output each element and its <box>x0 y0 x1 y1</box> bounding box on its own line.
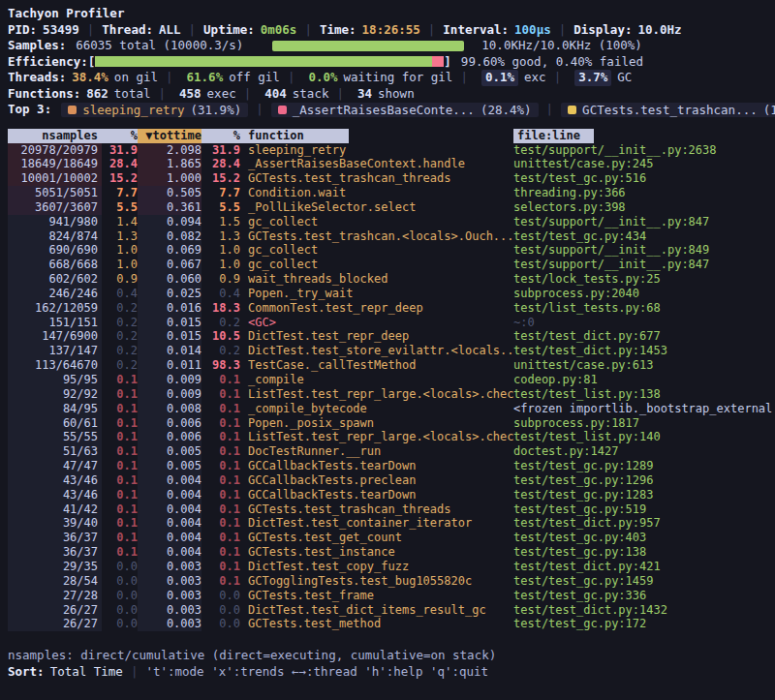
table-row[interactable]: 51/630.10.0050.1DocTestRunner.__rundocte… <box>8 444 775 459</box>
thread-value[interactable]: ALL <box>159 22 181 39</box>
table-row[interactable]: 39/400.10.0040.1DictTest.test_container_… <box>8 516 775 531</box>
header-tottime-sorted[interactable]: ▼tottime <box>138 129 202 143</box>
cell-cumulative-pct: 0.1 <box>202 560 240 574</box>
cell-file-line: ~:0 <box>513 316 775 330</box>
cell-cumulative-pct: 0.4 <box>202 287 240 301</box>
cell-function: gc_collect <box>240 243 513 258</box>
cell-function: gc_collect <box>240 215 513 229</box>
cell-direct-pct: 0.1 <box>102 502 138 517</box>
table-row[interactable]: 26/270.00.0030.0GCTests.test_methodtest/… <box>8 617 775 631</box>
cell-nsamples: 941/980 <box>8 215 102 229</box>
table-row[interactable]: 10001/1000215.21.00015.2GCTests.test_tra… <box>8 171 775 186</box>
table-row[interactable]: 47/470.10.0050.1GCCallbackTests.tearDown… <box>8 459 775 473</box>
table-row[interactable]: 27/280.00.0030.0GCTests.test_frametest/t… <box>8 589 775 603</box>
cell-cumulative-pct: 0.1 <box>202 373 240 387</box>
table-row[interactable]: 941/9801.40.0941.5gc_collecttest/support… <box>8 215 775 229</box>
cell-file-line: test/test_gc.py:1296 <box>513 473 775 488</box>
table-row[interactable]: 55/550.10.0060.1ListTest.test_repr_large… <box>8 430 775 444</box>
cell-cumulative-pct: 0.2 <box>202 316 240 330</box>
cell-function: GCTests.test_trashcan_threads <box>240 502 513 517</box>
cell-file-line: <frozen importlib._bootstrap_external <box>513 402 775 416</box>
table-row[interactable]: 668/6681.00.0671.0gc_collecttest/support… <box>8 258 775 272</box>
table-row[interactable]: 28/540.00.0030.1GCTogglingTests.test_bug… <box>8 574 775 589</box>
cell-cumulative-pct: 0.1 <box>202 574 240 589</box>
cell-direct-pct: 0.1 <box>102 373 138 387</box>
efficiency-line: Efficiency: [ ] 99.60% good, 0.40% faile… <box>8 54 775 71</box>
cell-direct-pct: 0.1 <box>102 459 138 473</box>
table-row[interactable]: 5051/50517.70.5057.7Condition.waitthread… <box>8 186 775 200</box>
table-row[interactable]: 43/460.10.0040.1GCCallbackTests.preclean… <box>8 473 775 488</box>
table-row[interactable]: 36/370.10.0040.1GCTests.test_get_countte… <box>8 531 775 545</box>
table-row[interactable]: 824/8741.30.0821.3GCTests.test_trashcan.… <box>8 229 775 244</box>
table-row[interactable]: 36/370.10.0040.1GCTests.test_instancetes… <box>8 545 775 560</box>
table-row[interactable]: 43/460.10.0040.1GCCallbackTests.tearDown… <box>8 488 775 502</box>
cell-nsamples: 84/95 <box>8 402 102 416</box>
display-label: Display: <box>574 22 632 39</box>
cell-nsamples: 690/690 <box>8 243 102 258</box>
table-row[interactable]: 602/6020.90.0600.9wait_threads_blockedte… <box>8 272 775 287</box>
divider: | <box>166 70 173 86</box>
cell-tottime: 0.361 <box>138 200 202 215</box>
cell-tottime: 0.505 <box>138 186 202 200</box>
table-row[interactable]: 84/950.10.0080.1_compile_bytecode<frozen… <box>8 402 775 416</box>
cell-direct-pct: 1.0 <box>102 258 138 272</box>
header-direct-pct[interactable]: % <box>102 129 138 143</box>
cell-file-line: subprocess.py:2040 <box>513 287 775 301</box>
cell-direct-pct: 5.5 <box>102 200 138 215</box>
cell-function: sleeping_retry <box>240 143 513 158</box>
on-gil-label: on gil <box>114 70 158 86</box>
sort-value: Total Time <box>50 663 123 680</box>
header-function[interactable]: function <box>240 129 349 143</box>
table-row[interactable]: 29/350.00.0030.1DictTest.test_copy_fuzzt… <box>8 560 775 574</box>
cell-direct-pct: 0.1 <box>102 444 138 459</box>
table-row[interactable]: 690/6901.00.0691.0gc_collecttest/support… <box>8 243 775 258</box>
divider: | <box>546 102 554 118</box>
table-row[interactable]: 162/120590.20.01618.3CommonTest.test_rep… <box>8 301 775 316</box>
table-row[interactable]: 26/270.00.0030.0DictTest.test_dict_items… <box>8 603 775 618</box>
table-row[interactable]: 147/69000.20.01510.5DictTest.test_repr_d… <box>8 329 775 344</box>
cell-nsamples: 246/246 <box>8 287 102 301</box>
divider: | <box>304 22 312 39</box>
efficiency-failed-segment <box>432 56 445 67</box>
cell-nsamples: 20978/20979 <box>8 143 102 158</box>
cell-function: _AssertRaisesBaseContext.handle <box>240 157 513 171</box>
cell-nsamples: 147/6900 <box>8 329 102 344</box>
cell-tottime: 0.004 <box>138 488 202 502</box>
cell-cumulative-pct: 5.5 <box>202 200 240 215</box>
top3-entries: sleeping_retry(31.9%)|_AssertRaisesBaseC… <box>61 102 775 118</box>
gc-label: GC <box>617 70 632 86</box>
cell-function: _compile_bytecode <box>240 402 513 416</box>
cell-file-line: test/test_dict.py:1453 <box>513 344 775 358</box>
on-gil-pct: 38.4% <box>72 70 108 86</box>
cell-file-line: test/test_gc.py:434 <box>513 229 775 244</box>
cell-direct-pct: 0.0 <box>102 589 138 603</box>
cell-file-line: test/test_gc.py:1459 <box>513 574 775 589</box>
functions-label: Functions: <box>8 86 80 103</box>
table-row[interactable]: 151/1510.20.0150.2<GC>~:0 <box>8 316 775 330</box>
table-row[interactable]: 95/950.10.0090.1_compilecodeop.py:81 <box>8 373 775 387</box>
top3-function-pct: (31.9%) <box>191 103 242 117</box>
header-nsamples[interactable]: nsamples <box>8 129 102 143</box>
header-gap <box>349 129 513 143</box>
table-row[interactable]: 3607/36075.50.3615.5_PollLikeSelector.se… <box>8 200 775 215</box>
cell-cumulative-pct: 0.1 <box>202 473 240 488</box>
off-gil-pct: 61.6% <box>187 70 224 86</box>
table-row[interactable]: 137/1470.20.0140.2DictTest.test_store_ev… <box>8 344 775 358</box>
header-file-line[interactable]: file:line <box>513 129 594 143</box>
table-row[interactable]: 41/420.10.0040.1GCTests.test_trashcan_th… <box>8 502 775 517</box>
thread-label: Thread: <box>102 22 153 39</box>
table-row[interactable]: 113/646700.20.01198.3TestCase._callTestM… <box>8 358 775 373</box>
header-cumulative-pct[interactable]: % <box>202 129 240 143</box>
table-row[interactable]: 92/920.10.0090.1ListTest.test_repr_large… <box>8 387 775 402</box>
cell-function: Popen._try_wait <box>240 287 513 301</box>
table-row[interactable]: 60/610.10.0060.1Popen._posix_spawnsubpro… <box>8 416 775 431</box>
cell-nsamples: 41/42 <box>8 502 102 517</box>
cell-tottime: 0.009 <box>138 373 202 387</box>
interval-label: Interval: <box>443 22 509 39</box>
divider: | <box>87 22 95 39</box>
table-row[interactable]: 20978/2097931.92.09831.9sleeping_retryte… <box>8 143 775 158</box>
table-row[interactable]: 18649/1864928.41.86528.4_AssertRaisesBas… <box>8 157 775 171</box>
functions-stack-label: stack <box>293 86 329 103</box>
table-row[interactable]: 246/2460.40.0250.4Popen._try_waitsubproc… <box>8 287 775 301</box>
pid-value: 53499 <box>43 22 79 39</box>
